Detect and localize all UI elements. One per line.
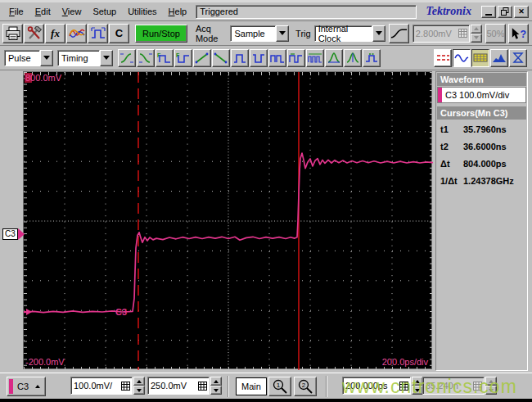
chevron-down-icon	[279, 31, 286, 35]
zoom2-button[interactable]: 2	[294, 377, 317, 396]
negative-width-icon: F	[176, 52, 191, 64]
menu-utilities[interactable]: Utilities	[122, 4, 162, 19]
vertical-scale-spinner[interactable]	[133, 377, 145, 395]
meas-period-button[interactable]	[287, 49, 305, 67]
spin-up[interactable]	[210, 377, 222, 386]
menu-setup[interactable]: Setup	[87, 4, 122, 19]
meas-rise-time-button[interactable]	[118, 49, 136, 67]
help-cursor-icon: ?	[509, 27, 528, 40]
channel-c3-position-marker[interactable]: C3	[2, 228, 23, 241]
peak-amplitude-icon	[327, 52, 341, 64]
menu-help[interactable]: Help	[163, 4, 193, 19]
timing-dropdown-arrow[interactable]	[100, 50, 113, 66]
trigger-status: Triggered	[196, 5, 416, 19]
channel-scale-row[interactable]: C3 100.0mV/div	[437, 87, 526, 103]
spin-down[interactable]	[210, 386, 222, 395]
pulse-train-icon	[308, 52, 322, 64]
tektronix-logo: Tektronix	[426, 5, 472, 18]
channel-select-button[interactable]: C3	[7, 377, 46, 396]
menu-view[interactable]: View	[56, 4, 88, 19]
keypad-icon	[458, 29, 467, 38]
menu-file[interactable]: File	[3, 4, 29, 19]
vertical-offset-field[interactable]: 250.0mV	[147, 377, 210, 395]
timebase-label: 200.0ps/div	[382, 357, 428, 367]
meas-fall-time-button[interactable]	[137, 49, 155, 67]
meas-neg-pulse-button[interactable]	[250, 49, 268, 67]
waveform-trace[interactable]	[24, 153, 433, 313]
pulse-dropdown-arrow[interactable]	[40, 50, 53, 66]
close-button[interactable]: ✕	[514, 6, 529, 18]
trig-label: Trig	[295, 29, 311, 38]
magnifier-2-icon: 2	[297, 379, 313, 395]
vertical-offset-spinner[interactable]	[210, 377, 222, 395]
waveform-display-button[interactable]	[453, 49, 471, 67]
negative-slope-icon	[214, 52, 228, 64]
meas-frequency-button[interactable]	[306, 49, 324, 67]
trig-dropdown-arrow[interactable]	[372, 25, 385, 42]
meas-top-base-button[interactable]	[363, 49, 381, 67]
menu-edit[interactable]: Edit	[29, 4, 56, 19]
triangle-down-icon	[474, 36, 479, 39]
meas-pos-pulse-button[interactable]	[231, 49, 249, 67]
clear-data-button[interactable]: C	[109, 24, 129, 43]
acq-mode-select[interactable]: Sample	[230, 25, 289, 42]
histogram-icon	[492, 52, 507, 64]
minimize-button[interactable]	[481, 6, 496, 18]
meas-area-button[interactable]	[344, 49, 362, 67]
acq-mode-dropdown-arrow[interactable]	[276, 25, 289, 42]
multi-waveform-icon	[69, 27, 85, 40]
spin-down[interactable]	[133, 386, 145, 395]
fx-icon: fx	[51, 27, 60, 40]
print-button[interactable]	[2, 24, 23, 43]
period-icon	[289, 52, 304, 64]
utilities-tools-button[interactable]	[24, 24, 44, 43]
meas-pos-peak-button[interactable]	[325, 49, 343, 67]
keypad-icon[interactable]	[198, 382, 207, 391]
cursors-icon	[435, 52, 450, 64]
waveform-panel-header: Waveform	[437, 73, 526, 86]
bottom-black-strip	[0, 399, 532, 402]
meas-neg-width-button[interactable]: F	[174, 49, 192, 67]
math-fx-button[interactable]: fx	[45, 24, 65, 43]
zoom1-button[interactable]: 1	[268, 377, 291, 396]
cursors-panel-header: Cursors(Mn C3)	[437, 106, 526, 120]
histogram-display-button[interactable]	[490, 49, 508, 67]
spin-up	[471, 25, 482, 34]
waveform-plot[interactable]: C3	[24, 72, 433, 370]
meas-burst-width-button[interactable]	[268, 49, 286, 67]
rising-edge-icon	[390, 28, 408, 39]
vertical-scale-field[interactable]: 100.0mV/	[70, 377, 133, 395]
spin-down	[471, 34, 482, 43]
trig-slope-button[interactable]	[389, 24, 409, 43]
readout-t2: t236.6000ns	[437, 138, 526, 155]
vertical-bottom-label: -200.0mV	[25, 357, 65, 367]
channel-arrow-icon	[18, 228, 25, 240]
meas-neg-slope-button[interactable]	[212, 49, 230, 67]
flat-top-icon	[364, 52, 379, 64]
infinite-persistence-button[interactable]	[509, 49, 527, 67]
trig-level-group: 2.800mV	[413, 25, 482, 43]
timebase-main-tab[interactable]: Main	[236, 377, 267, 395]
waveform-database-button[interactable]	[66, 24, 87, 43]
svg-text:2: 2	[302, 382, 306, 389]
meas-pos-width-button[interactable]: F	[156, 49, 174, 67]
keypad-icon[interactable]	[121, 382, 130, 391]
autoset-pulse-button[interactable]	[88, 24, 108, 43]
meas-type-select[interactable]: Timing	[57, 50, 113, 66]
restore-button[interactable]	[498, 6, 512, 18]
color-grade-grid-icon	[473, 52, 488, 64]
color-grade-display-button[interactable]	[471, 49, 489, 67]
close-icon: ✕	[518, 7, 525, 16]
run-stop-button[interactable]: Run/Stop	[135, 25, 187, 43]
context-help-button[interactable]: ?	[508, 24, 529, 43]
trig-source-select[interactable]: Internal Clock	[314, 25, 385, 42]
meas-category-select[interactable]: Pulse	[4, 50, 53, 66]
meas-pos-slope-button[interactable]	[193, 49, 211, 67]
cursors-display-button[interactable]	[434, 49, 452, 67]
spin-up[interactable]	[133, 377, 145, 386]
hourglass-icon	[511, 52, 525, 64]
set-50-percent-button: 50%	[485, 24, 506, 43]
negative-pulse-icon	[251, 52, 266, 64]
restore-icon	[501, 7, 509, 16]
positive-pulse-icon	[232, 52, 247, 64]
